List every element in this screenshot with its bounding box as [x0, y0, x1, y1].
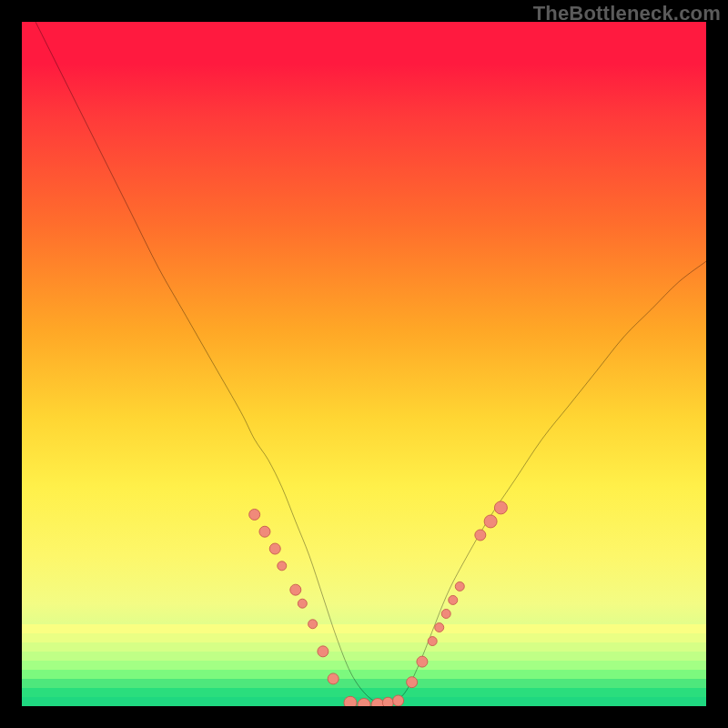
- data-dot: [455, 581, 464, 591]
- data-dots: [249, 501, 508, 706]
- data-dot: [278, 561, 287, 571]
- data-dot: [435, 623, 444, 632]
- data-dot: [475, 530, 486, 541]
- data-dot: [269, 543, 280, 554]
- data-dot: [393, 695, 404, 706]
- data-dot: [318, 646, 329, 657]
- data-dot: [344, 696, 357, 706]
- data-dot: [259, 526, 270, 537]
- data-dot: [290, 584, 301, 595]
- data-dot: [298, 599, 307, 608]
- data-dot: [484, 515, 497, 528]
- data-dot: [249, 509, 260, 520]
- data-dot: [308, 620, 318, 629]
- plot-area: [22, 22, 706, 706]
- data-dot: [428, 637, 437, 646]
- chart-frame: TheBottleneck.com: [0, 0, 728, 728]
- bottleneck-curve: [22, 22, 706, 704]
- data-dot: [407, 677, 418, 688]
- data-dot: [494, 501, 507, 514]
- data-dot: [441, 609, 450, 618]
- data-dot: [328, 673, 339, 684]
- data-dot: [417, 656, 428, 667]
- data-dot: [382, 697, 393, 706]
- curve-layer: [22, 22, 706, 706]
- data-dot: [449, 595, 458, 604]
- data-dot: [358, 698, 370, 706]
